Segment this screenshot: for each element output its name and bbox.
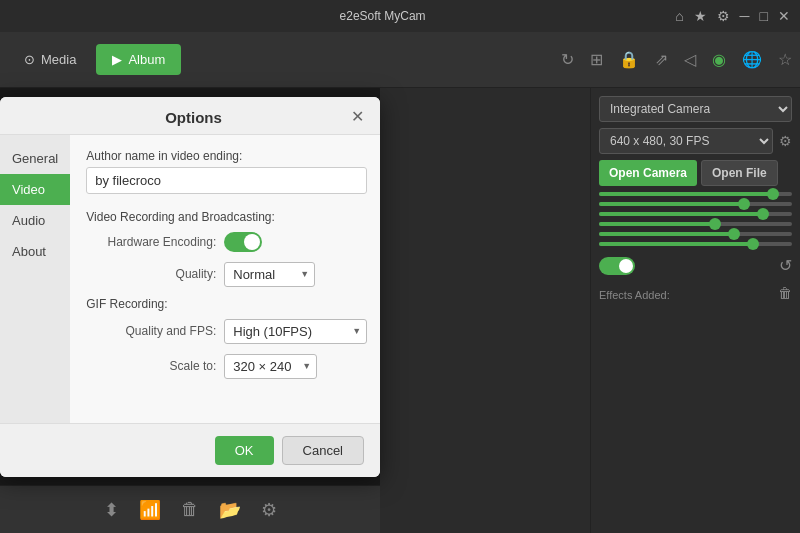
quality-row: Quality: Low Normal High Very High xyxy=(86,262,367,287)
camera-active-icon[interactable]: ◉ xyxy=(712,50,726,69)
author-field-label: Author name in video ending: xyxy=(86,149,367,163)
sidebar-item-audio[interactable]: Audio xyxy=(0,205,70,236)
effects-trash-icon[interactable]: 🗑 xyxy=(778,285,792,301)
gear-icon[interactable]: ⚙ xyxy=(261,499,277,521)
resolution-select[interactable]: 640 x 480, 30 FPS xyxy=(599,128,773,154)
dialog-header: Options ✕ xyxy=(0,97,380,135)
slider-thumb-5 xyxy=(728,228,740,240)
cancel-button[interactable]: Cancel xyxy=(282,436,364,465)
trash-icon[interactable]: 🗑 xyxy=(181,499,199,520)
quality-fps-select-wrapper: Low (5FPS) Medium (8FPS) High (10FPS) Ve… xyxy=(224,319,367,344)
gif-section-label: GIF Recording: xyxy=(86,297,367,311)
slider-row-3 xyxy=(599,212,792,216)
top-nav: ⊙ Media ▶ Album ↻ ⊞ 🔒 ⇗ ◁ ◉ 🌐 ☆ xyxy=(0,32,800,88)
media-label: Media xyxy=(41,52,76,67)
maximize-icon[interactable]: □ xyxy=(760,8,768,24)
slider-track-2[interactable] xyxy=(599,202,792,206)
camera-btn-row: Open Camera Open File xyxy=(599,160,792,186)
sidebar-item-about[interactable]: About xyxy=(0,236,70,267)
globe-icon[interactable]: 🌐 xyxy=(742,50,762,69)
modal-overlay: Options ✕ General Video Audio About Auth… xyxy=(0,88,380,485)
quality-select[interactable]: Low Normal High Very High xyxy=(224,262,315,287)
dialog-body: General Video Audio About Author name in… xyxy=(0,135,380,423)
settings-icon[interactable]: ⚙ xyxy=(717,8,730,24)
dialog-sidebar: General Video Audio About xyxy=(0,135,70,423)
scale-row: Scale to: 160 × 120 320 × 240 640 × 480 xyxy=(86,354,367,379)
slider-row-2 xyxy=(599,202,792,206)
open-camera-btn[interactable]: Open Camera xyxy=(599,160,697,186)
right-panel: Integrated Camera 640 x 480, 30 FPS ⚙ Op… xyxy=(590,88,800,533)
hw-encoding-row: Hardware Encoding: xyxy=(86,232,367,252)
close-icon[interactable]: ✕ xyxy=(778,8,790,24)
back-icon[interactable]: ◁ xyxy=(684,50,696,69)
slider-row-1 xyxy=(599,192,792,196)
slider-thumb-4 xyxy=(709,218,721,230)
dialog-close-btn[interactable]: ✕ xyxy=(351,109,364,125)
dialog-main: Author name in video ending: Video Recor… xyxy=(70,135,380,423)
media-nav-btn[interactable]: ⊙ Media xyxy=(8,44,92,75)
resolution-gear-icon[interactable]: ⚙ xyxy=(779,133,792,149)
quality-fps-row: Quality and FPS: Low (5FPS) Medium (8FPS… xyxy=(86,319,367,344)
author-input[interactable] xyxy=(86,167,367,194)
minimize-icon[interactable]: ─ xyxy=(740,8,750,24)
left-panel: Options ✕ General Video Audio About Auth… xyxy=(0,88,590,533)
bottom-toolbar: ⬍ 📶 🗑 📂 ⚙ xyxy=(0,485,380,533)
slider-fill-2 xyxy=(599,202,744,206)
quality-label: Quality: xyxy=(86,267,216,281)
quality-fps-select[interactable]: Low (5FPS) Medium (8FPS) High (10FPS) Ve… xyxy=(224,319,367,344)
wifi-icon[interactable]: 📶 xyxy=(139,499,161,521)
window-controls: ⌂ ★ ⚙ ─ □ ✕ xyxy=(675,8,790,24)
dialog-footer: OK Cancel xyxy=(0,423,380,477)
hw-encoding-label: Hardware Encoding: xyxy=(86,235,216,249)
nav-icons: ↻ ⊞ 🔒 ⇗ ◁ ◉ 🌐 ☆ xyxy=(561,50,792,69)
bookmark-icon[interactable]: ★ xyxy=(694,8,707,24)
slider-fill-1 xyxy=(599,192,773,196)
main-toggle[interactable] xyxy=(599,257,635,275)
app-title: e2eSoft MyCam xyxy=(90,9,675,23)
slider-thumb-6 xyxy=(747,238,759,250)
folder-icon[interactable]: 📂 xyxy=(219,499,241,521)
scale-label: Scale to: xyxy=(86,359,216,373)
slider-thumb-1 xyxy=(767,188,779,200)
toggle-knob xyxy=(244,234,260,250)
resolution-row: 640 x 480, 30 FPS ⚙ xyxy=(599,128,792,154)
swap-icon[interactable]: ⬍ xyxy=(104,499,119,521)
album-nav-btn[interactable]: ▶ Album xyxy=(96,44,181,75)
video-section-label: Video Recording and Broadcasting: xyxy=(86,210,367,224)
slider-track-3[interactable] xyxy=(599,212,792,216)
scale-select[interactable]: 160 × 120 320 × 240 640 × 480 xyxy=(224,354,317,379)
slider-fill-5 xyxy=(599,232,734,236)
reset-icon[interactable]: ↺ xyxy=(779,256,792,275)
title-bar: e2eSoft MyCam ⌂ ★ ⚙ ─ □ ✕ xyxy=(0,0,800,32)
slider-fill-4 xyxy=(599,222,715,226)
dialog-title: Options xyxy=(36,109,351,126)
main-toggle-knob xyxy=(619,259,633,273)
open-file-btn[interactable]: Open File xyxy=(701,160,778,186)
slider-thumb-2 xyxy=(738,198,750,210)
grid-icon[interactable]: ⊞ xyxy=(590,50,603,69)
slider-track-6[interactable] xyxy=(599,242,792,246)
slider-fill-3 xyxy=(599,212,763,216)
slider-track-1[interactable] xyxy=(599,192,792,196)
lock-icon[interactable]: 🔒 xyxy=(619,50,639,69)
main-content: Options ✕ General Video Audio About Auth… xyxy=(0,88,800,533)
slider-track-4[interactable] xyxy=(599,222,792,226)
slider-thumb-3 xyxy=(757,208,769,220)
sidebar-item-general[interactable]: General xyxy=(0,143,70,174)
album-label: Album xyxy=(128,52,165,67)
options-dialog: Options ✕ General Video Audio About Auth… xyxy=(0,97,380,477)
hw-encoding-toggle[interactable] xyxy=(224,232,262,252)
home-icon[interactable]: ⌂ xyxy=(675,8,683,24)
toggle-row: ↺ xyxy=(599,256,792,275)
slider-track-5[interactable] xyxy=(599,232,792,236)
scale-select-wrapper: 160 × 120 320 × 240 640 × 480 xyxy=(224,354,317,379)
camera-select[interactable]: Integrated Camera xyxy=(599,96,792,122)
quality-fps-label: Quality and FPS: xyxy=(86,324,216,338)
ok-button[interactable]: OK xyxy=(215,436,274,465)
slider-row-6 xyxy=(599,242,792,246)
sidebar-item-video[interactable]: Video xyxy=(0,174,70,205)
star-icon[interactable]: ☆ xyxy=(778,50,792,69)
share-icon[interactable]: ⇗ xyxy=(655,50,668,69)
slider-fill-6 xyxy=(599,242,753,246)
refresh-icon[interactable]: ↻ xyxy=(561,50,574,69)
